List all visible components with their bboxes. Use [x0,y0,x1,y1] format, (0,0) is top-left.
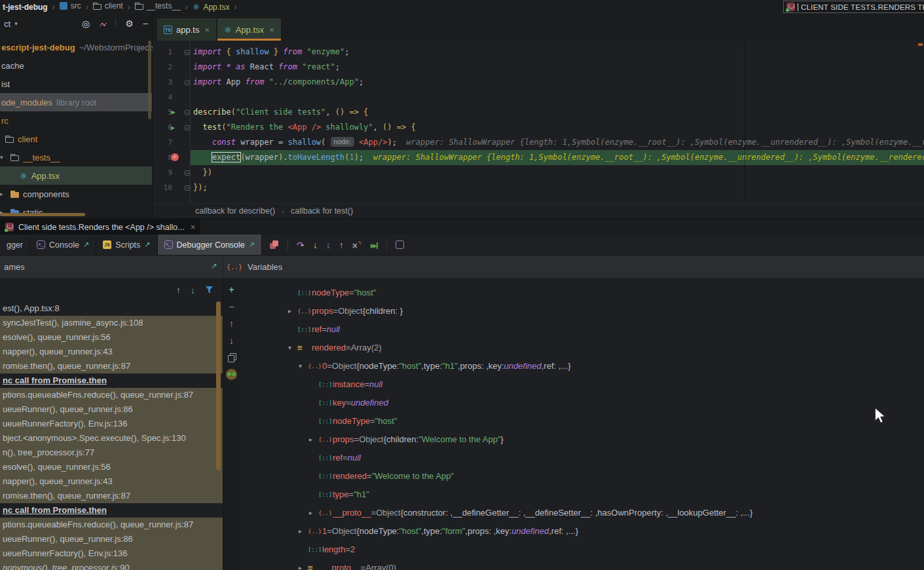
stack-frame-row[interactable]: ueueRunnerFactory(), Env.js:136 [0,546,223,561]
editor-breadcrumb-item[interactable]: callback for test() [291,206,353,216]
code-line[interactable]: 10}); [153,180,924,195]
debugger-tab[interactable]: >_Console↗ [30,235,96,255]
fold-marker-icon[interactable] [185,170,190,176]
variable-row[interactable]: ▸{..}__proto__ = Object {constructor: ,_… [240,503,924,522]
project-tree-item[interactable]: rc [0,111,152,130]
stack-frame-row[interactable]: napper(), queue_runner.js:43 [0,474,223,489]
variable-row[interactable]: ▸{..}1 = Object {nodeType: "host",type: … [240,522,924,540]
variable-row[interactable]: ▸≡__proto__ = Array(0) [240,558,924,570]
line-number[interactable]: 9 [155,165,172,180]
close-icon[interactable]: × [268,25,276,35]
code-line[interactable]: 2import * as React from "react"; [153,60,924,75]
debugger-tab[interactable]: gger [0,235,30,255]
variable-row[interactable]: ▸{..}props = Object {children: "Welcome … [240,430,924,448]
locate-file-icon[interactable] [82,19,90,29]
breadcrumb-item[interactable]: __tests__ [134,1,182,10]
editor-tab[interactable]: TSapp.ts× [157,18,216,41]
step-over-icon[interactable] [297,240,305,250]
variable-row[interactable]: [::]key = undefined [240,393,924,411]
stack-frame-row[interactable]: ueueRunnerFactory(), Env.js:136 [0,417,223,431]
filter-frames-icon[interactable] [205,286,213,294]
tree-chevron-icon[interactable]: ▾ [0,154,7,161]
stack-frame-row[interactable]: nc call from Promise.then [0,503,223,518]
code-line[interactable]: 5▶▶describe("Client side tests", () => { [153,105,924,120]
tree-chevron-icon[interactable]: ▾ [288,344,297,351]
stack-frame-row[interactable]: nc call from Promise.then [0,373,223,388]
breadcrumb-item[interactable]: client [92,1,124,10]
fold-marker-icon[interactable] [185,50,190,55]
code-editor[interactable]: 1import { shallow } from "enzyme";2impor… [153,41,924,203]
tree-chevron-icon[interactable]: ▸ [288,307,297,314]
stack-frame-row[interactable]: ueueRunner(), queue_runner.js:86 [0,402,223,417]
variable-row[interactable]: [::]nodeType = "host" [240,411,924,430]
stack-frame-row[interactable]: ptions.queueableFns.reduce(), queue_runn… [0,388,223,402]
editor-breadcrumb-item[interactable]: callback for describe() [195,206,275,216]
previous-frame-icon[interactable]: ↑ [176,285,181,295]
show-watches-icon[interactable] [226,369,237,380]
variable-row[interactable]: [::]rendered = "Welcome to the App" [240,466,924,485]
open-in-new-icon[interactable]: ↗ [144,240,150,249]
evaluate-console-icon[interactable] [396,240,404,249]
stack-frame-row[interactable]: romise.then(), queue_runner.js:87 [0,359,223,373]
tree-chevron-icon[interactable]: ▸ [0,191,7,197]
project-tree-item[interactable]: cache [0,56,152,75]
tree-chevron-icon[interactable]: ▸ [309,436,318,443]
project-tree-item[interactable]: ▾__tests__ [0,148,152,166]
debugger-tab[interactable]: >_Debugger Console↗ [158,235,262,255]
project-view-selector[interactable]: ct [4,19,10,29]
stack-frame-row[interactable]: syncJestTest(), jasmine_async.js:108 [0,316,223,330]
force-step-into-icon[interactable] [326,240,331,250]
stack-frame-row[interactable]: est(), App.tsx:8 [0,301,223,316]
add-watch-icon[interactable]: + [229,285,234,295]
code-line[interactable]: 4 [153,90,924,105]
project-tree-item[interactable]: ode_moduleslibrary root [0,93,152,111]
line-number[interactable]: 6 [155,120,172,135]
variable-row[interactable]: [::]type = "h1" [240,485,924,503]
tree-chevron-icon[interactable]: ▸ [299,564,308,570]
code-line[interactable]: 8✓ expect(wrapper).toHaveLength(1); wrap… [153,150,924,165]
close-icon[interactable]: × [189,222,197,232]
duplicate-icon[interactable] [228,353,236,362]
variable-row[interactable]: [::]instance = null [240,375,924,393]
fold-marker-icon[interactable] [185,80,190,85]
open-in-new-icon[interactable]: ↗ [249,240,255,249]
project-tree-item[interactable]: ist [0,75,152,93]
variable-row[interactable]: ▸{..}props = Object {children: } [240,301,924,320]
project-tree-item[interactable]: client [0,130,152,148]
remove-watch-icon[interactable]: − [229,302,234,312]
code-line[interactable]: 6▶ test("Renders the <App /> shallowly",… [153,120,924,135]
breakpoint-icon[interactable]: ✓ [171,153,179,161]
code-line[interactable]: 1import { shallow } from "enzyme"; [153,45,924,60]
line-number[interactable]: 2 [155,60,172,75]
variable-row[interactable]: [::]ref = null [240,320,924,338]
move-up-icon[interactable]: ↑ [229,319,234,329]
line-number[interactable]: 7 [155,135,172,150]
breadcrumb-item[interactable]: ⚛App.tsx [191,3,231,12]
stack-frame-row[interactable]: esolve(), queue_runner.js:56 [0,460,223,474]
variable-row[interactable]: [::]length = 2 [240,540,924,558]
run-to-cursor-icon[interactable] [371,239,379,251]
drop-frame-icon[interactable] [352,238,362,251]
code-line[interactable]: 3import App from "../components/App"; [153,75,924,90]
stack-frame-row[interactable]: ptions.queueableFns.reduce(), queue_runn… [0,518,223,532]
collapse-panel-icon[interactable] [99,19,106,29]
next-frame-icon[interactable]: ↓ [191,285,195,295]
line-number[interactable]: 10 [155,180,172,195]
stack-frame-row[interactable]: bject.<anonymous>.Spec.execute(), Spec.j… [0,431,223,446]
variable-row[interactable]: [::]nodeType = "host" [240,283,924,301]
fold-marker-icon[interactable] [185,125,190,130]
tree-chevron-icon[interactable]: ▸ [299,527,308,535]
stack-frame-row[interactable]: ueueRunner(), queue_runner.js:86 [0,532,223,546]
stack-frame-row[interactable]: n(), tree_processor.js:77 [0,446,223,460]
step-out-icon[interactable] [339,240,344,250]
variable-row[interactable]: ▾≡rendered = Array(2) [240,338,924,356]
stack-frame-row[interactable]: nonymous(), tree_processor.js:90 [0,561,223,570]
hide-panel-icon[interactable] [143,19,148,29]
debug-session-tab[interactable]: Client side tests.Renders the <App /> sh… [0,219,200,235]
code-line[interactable]: 7 const wrapper = shallow( node: <App/>)… [153,135,924,150]
gear-icon[interactable] [125,19,134,29]
move-down-icon[interactable]: ↓ [229,336,234,346]
project-tree-item[interactable]: escript-jest-debug~/WebstormProjects/t [0,38,152,56]
breadcrumb-item[interactable]: src [58,1,83,10]
tree-chevron-icon[interactable]: ▸ [309,509,318,516]
